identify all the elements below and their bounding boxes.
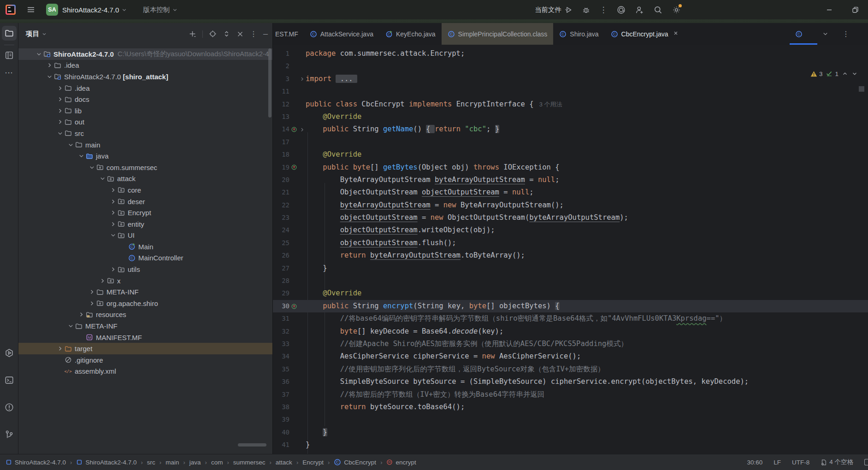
version-control-tool-icon[interactable] bbox=[2, 427, 17, 442]
close-icon[interactable] bbox=[673, 30, 679, 37]
project-chevron-down-icon[interactable] bbox=[121, 7, 127, 13]
chevron-down-icon[interactable] bbox=[67, 323, 75, 329]
tab-CbcEncrypt.java[interactable]: CCbcEncrypt.java bbox=[605, 23, 685, 45]
problems-tool-icon[interactable] bbox=[2, 400, 17, 415]
override-marker-icon[interactable] bbox=[289, 303, 298, 310]
project-avatar[interactable]: SA bbox=[46, 4, 58, 16]
terminal-tool-icon[interactable] bbox=[2, 373, 17, 388]
tree-vertical-scrollbar[interactable] bbox=[268, 48, 272, 118]
chevron-right-icon[interactable] bbox=[56, 96, 64, 103]
fold-chevron-icon[interactable] bbox=[298, 127, 306, 133]
tab-KeyEcho.java[interactable]: CKeyEcho.java bbox=[379, 23, 442, 45]
chevron-right-icon[interactable] bbox=[99, 277, 106, 284]
chevron-down-icon[interactable] bbox=[77, 153, 85, 159]
prev-problem-chevron-up-icon[interactable] bbox=[842, 70, 848, 77]
main-menu-icon[interactable] bbox=[24, 3, 38, 17]
window-minimize-button[interactable] bbox=[816, 0, 842, 19]
tree-item-x[interactable]: x bbox=[18, 275, 272, 287]
code-editor[interactable]: 1package com.summersec.attack.Encrypt;23… bbox=[273, 45, 868, 454]
breadcrumb-com[interactable]: com bbox=[211, 459, 223, 466]
breadcrumb-CbcEncrypt[interactable]: CCbcEncrypt bbox=[334, 458, 376, 466]
project-panel-title[interactable]: 项目 bbox=[26, 29, 39, 38]
window-restore-button[interactable] bbox=[842, 0, 868, 19]
chevron-down-icon[interactable] bbox=[67, 141, 75, 148]
fold-chevron-icon[interactable] bbox=[298, 76, 306, 82]
tab-EST.MF[interactable]: EST.MF bbox=[273, 23, 304, 45]
add-user-icon[interactable] bbox=[632, 3, 646, 17]
tree-item-META-INF[interactable]: META-INF bbox=[18, 320, 272, 332]
override-marker-icon[interactable] bbox=[289, 126, 298, 133]
caret-position[interactable]: 30:60 bbox=[747, 459, 762, 466]
tree-item-assembly.xml[interactable]: </>assembly.xml bbox=[18, 366, 272, 377]
breadcrumb-attack[interactable]: attack bbox=[276, 459, 292, 466]
run-button[interactable] bbox=[561, 3, 575, 17]
panel-options-kebab-icon[interactable]: ⋮ bbox=[250, 29, 257, 38]
debug-button[interactable] bbox=[579, 3, 593, 17]
project-name[interactable]: ShiroAttack2-4.7.0 bbox=[62, 6, 119, 14]
tab-SimplePrincipalCollection.class[interactable]: CSimplePrincipalCollection.class bbox=[442, 23, 554, 45]
hidden-tabs-chevron-down-icon[interactable] bbox=[822, 30, 829, 37]
chevron-right-icon[interactable] bbox=[56, 345, 64, 352]
settings-gear-icon[interactable] bbox=[669, 3, 683, 17]
chevron-down-icon[interactable] bbox=[99, 175, 106, 182]
chevron-right-icon[interactable] bbox=[109, 198, 117, 205]
breadcrumb-summersec[interactable]: summersec bbox=[233, 459, 266, 466]
breadcrumb-src[interactable]: src bbox=[147, 459, 155, 466]
collapse-all-icon[interactable] bbox=[236, 30, 244, 38]
ai-assistant-icon[interactable] bbox=[614, 3, 628, 17]
next-problem-chevron-down-icon[interactable] bbox=[851, 70, 858, 77]
tree-item-META-INF[interactable]: META-INF bbox=[18, 286, 272, 298]
chevron-right-icon[interactable] bbox=[56, 107, 64, 114]
breadcrumb-Encrypt[interactable]: Encrypt bbox=[302, 459, 324, 466]
chevron-down-icon[interactable] bbox=[35, 51, 43, 58]
tree-item-MANIFEST.MF[interactable]: MMANIFEST.MF bbox=[18, 332, 272, 343]
breadcrumb-ShiroAttack2-4.7.0[interactable]: ShiroAttack2-4.7.0 bbox=[76, 459, 136, 466]
chevron-right-icon[interactable] bbox=[109, 266, 117, 273]
tab-Shiro.java[interactable]: CShiro.java bbox=[553, 23, 604, 45]
tree-item-Encrypt[interactable]: Encrypt bbox=[18, 207, 272, 218]
project-tool-icon[interactable] bbox=[2, 26, 17, 41]
chevron-right-icon[interactable] bbox=[56, 118, 64, 125]
vcs-menu[interactable]: 版本控制 bbox=[143, 6, 170, 14]
tree-item-entity[interactable]: entity bbox=[18, 218, 272, 230]
tree-item-lib[interactable]: lib bbox=[18, 105, 272, 117]
tree-item-docs[interactable]: docs bbox=[18, 94, 272, 105]
chevron-right-icon[interactable] bbox=[77, 311, 85, 318]
project-view-chevron-down-icon[interactable] bbox=[41, 31, 47, 37]
tree-item-org.apache.shiro[interactable]: org.apache.shiro bbox=[18, 298, 272, 309]
tree-horizontal-scrollbar[interactable] bbox=[238, 443, 266, 446]
line-separator[interactable]: LF bbox=[774, 459, 781, 466]
vcs-chevron-down-icon[interactable] bbox=[172, 7, 178, 13]
chevron-right-icon[interactable] bbox=[109, 187, 117, 194]
tree-item-deser[interactable]: deser bbox=[18, 196, 272, 207]
tree-item-utils[interactable]: utils bbox=[18, 264, 272, 275]
tree-item-src[interactable]: src bbox=[18, 128, 272, 139]
chevron-right-icon[interactable] bbox=[88, 300, 96, 307]
chevron-right-icon[interactable] bbox=[46, 62, 53, 69]
commit-tool-icon[interactable] bbox=[2, 48, 17, 63]
breadcrumb-encrypt[interactable]: mencrypt bbox=[386, 459, 416, 466]
tree-item-ShiroAttack2-4.7.0[interactable]: ShiroAttack2-4.7.0C:\Users\奇怪的yasuo\Down… bbox=[18, 48, 272, 60]
chevron-right-icon[interactable] bbox=[109, 209, 117, 216]
tree-item-resources[interactable]: resources bbox=[18, 309, 272, 321]
tree-item-.gitignore[interactable]: .gitignore bbox=[18, 354, 272, 366]
tree-item-target[interactable]: target bbox=[18, 343, 272, 354]
tree-item-core[interactable]: core bbox=[18, 184, 272, 196]
tab-AttackService.java[interactable]: CAttackService.java bbox=[304, 23, 379, 45]
tree-item-attack[interactable]: attack bbox=[18, 173, 272, 185]
chevron-down-icon[interactable] bbox=[109, 232, 117, 239]
chevron-down-icon[interactable] bbox=[56, 130, 64, 137]
passed-group[interactable]: 1 bbox=[826, 70, 838, 77]
locate-file-icon[interactable] bbox=[209, 30, 217, 38]
warnings-group[interactable]: 3 bbox=[810, 70, 823, 77]
inspections-widget[interactable]: 3 1 bbox=[810, 70, 858, 77]
hide-panel-icon[interactable]: ─ bbox=[263, 30, 268, 38]
tab-options-kebab-icon[interactable]: ⋮ bbox=[842, 29, 850, 38]
tree-item-UI[interactable]: UI bbox=[18, 230, 272, 241]
tree-item-.idea[interactable]: .idea bbox=[18, 60, 272, 71]
more-actions-kebab-icon[interactable]: ⋮ bbox=[596, 3, 610, 17]
tree-item-MainController[interactable]: CMainController bbox=[18, 253, 272, 264]
tree-item-main[interactable]: main bbox=[18, 139, 272, 151]
tree-item-com.summersec[interactable]: com.summersec bbox=[18, 162, 272, 173]
breadcrumb-ShiroAttack2-4.7.0[interactable]: ShiroAttack2-4.7.0 bbox=[6, 459, 66, 466]
